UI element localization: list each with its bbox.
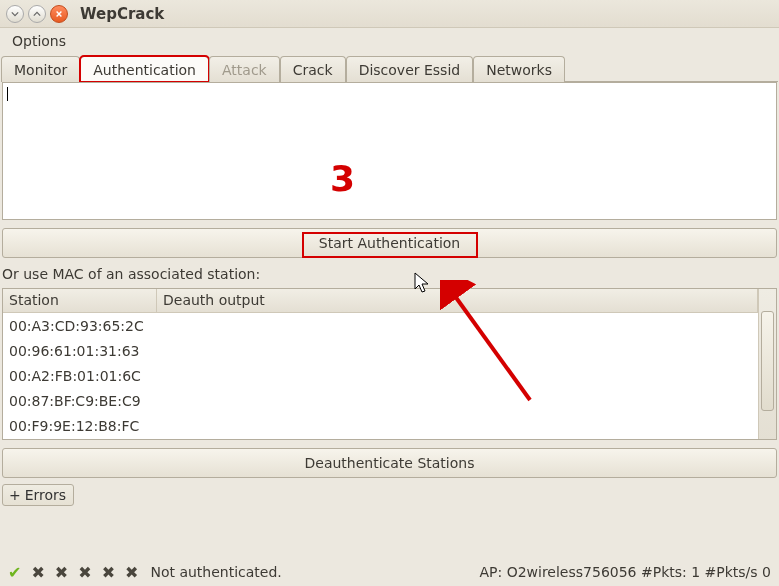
auth-output-textarea[interactable] — [2, 82, 777, 220]
status-icons: ✔ ✖ ✖ ✖ ✖ ✖ — [8, 563, 138, 582]
x-icon[interactable]: ✖ — [102, 563, 115, 582]
tab-monitor[interactable]: Monitor — [1, 56, 80, 82]
tabs-container: Monitor Authentication Attack Crack Disc… — [0, 54, 779, 506]
status-message: Not authenticated. — [150, 564, 281, 580]
deauthenticate-button[interactable]: Deauthenticate Stations — [2, 448, 777, 478]
col-header-station[interactable]: Station — [3, 289, 157, 312]
tab-crack[interactable]: Crack — [280, 56, 346, 82]
cell-station: 00:A2:FB:01:01:6C — [3, 366, 157, 386]
window-titlebar: WepCrack — [0, 0, 779, 28]
vertical-scrollbar[interactable] — [758, 289, 776, 439]
table-row[interactable]: 00:87:BF:C9:BE:C9 — [3, 388, 758, 413]
cell-deauth — [157, 374, 758, 378]
table-header: Station Deauth output — [3, 289, 758, 313]
cell-station: 00:A3:CD:93:65:2C — [3, 316, 157, 336]
x-icon[interactable]: ✖ — [55, 563, 68, 582]
col-header-deauth[interactable]: Deauth output — [157, 289, 758, 312]
table-row[interactable]: 00:A2:FB:01:01:6C — [3, 363, 758, 388]
mac-subtitle: Or use MAC of an associated station: — [2, 262, 777, 288]
x-icon[interactable]: ✖ — [78, 563, 91, 582]
cell-station: 00:96:61:01:31:63 — [3, 341, 157, 361]
plus-icon: + — [9, 487, 21, 503]
close-button[interactable] — [50, 5, 68, 23]
maximize-button[interactable] — [28, 5, 46, 23]
tab-content: Start Authentication Or use MAC of an as… — [1, 82, 778, 506]
minimize-button[interactable] — [6, 5, 24, 23]
table-row[interactable]: 00:96:61:01:31:63 — [3, 338, 758, 363]
errors-expander[interactable]: + Errors — [2, 484, 74, 506]
cell-deauth — [157, 349, 758, 353]
tab-attack[interactable]: Attack — [209, 56, 280, 82]
scrollbar-thumb[interactable] — [761, 311, 774, 411]
status-bar: ✔ ✖ ✖ ✖ ✖ ✖ Not authenticated. AP: O2wir… — [0, 558, 779, 586]
cell-deauth — [157, 399, 758, 403]
tab-authentication[interactable]: Authentication — [80, 56, 209, 82]
tab-discover-essid[interactable]: Discover Essid — [346, 56, 474, 82]
cell-deauth — [157, 324, 758, 328]
stations-table: Station Deauth output 00:A3:CD:93:65:2C … — [2, 288, 777, 440]
table-row[interactable]: 00:A3:CD:93:65:2C — [3, 313, 758, 338]
errors-label: Errors — [25, 487, 66, 503]
tab-networks[interactable]: Networks — [473, 56, 565, 82]
menu-bar: Options — [0, 28, 779, 54]
cell-station: 00:87:BF:C9:BE:C9 — [3, 391, 157, 411]
status-ap-info: AP: O2wireless756056 #Pkts: 1 #Pkts/s 0 — [479, 564, 771, 580]
x-icon[interactable]: ✖ — [125, 563, 138, 582]
check-icon[interactable]: ✔ — [8, 563, 21, 582]
start-authentication-button[interactable]: Start Authentication — [2, 228, 777, 258]
cell-station: 00:F9:9E:12:B8:FC — [3, 416, 157, 436]
x-icon[interactable]: ✖ — [31, 563, 44, 582]
tab-strip: Monitor Authentication Attack Crack Disc… — [1, 54, 778, 82]
menu-options[interactable]: Options — [6, 31, 72, 51]
window-title: WepCrack — [80, 5, 164, 23]
table-row[interactable]: 00:F9:9E:12:B8:FC — [3, 413, 758, 438]
table-body: 00:A3:CD:93:65:2C 00:96:61:01:31:63 00:A… — [3, 313, 758, 438]
cell-deauth — [157, 424, 758, 428]
